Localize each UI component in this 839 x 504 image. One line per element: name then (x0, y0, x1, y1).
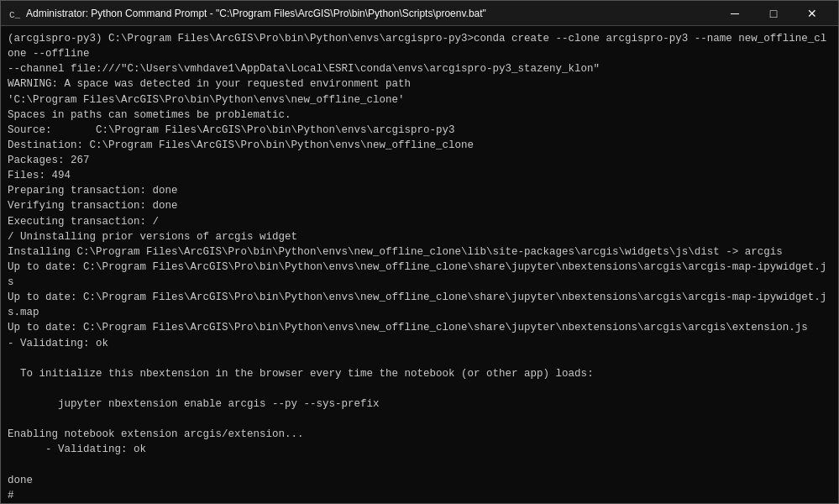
main-window: C_ Administrator: Python Command Prompt … (0, 0, 839, 504)
title-bar: C_ Administrator: Python Command Prompt … (1, 1, 838, 26)
terminal-output[interactable]: (arcgispro-py3) C:\Program Files\ArcGIS\… (1, 26, 838, 503)
maximize-button[interactable]: □ (754, 1, 793, 26)
minimize-button[interactable]: ─ (716, 1, 754, 26)
close-button[interactable]: ✕ (793, 1, 831, 26)
title-bar-left: C_ Administrator: Python Command Prompt … (8, 7, 486, 20)
window-controls: ─ □ ✕ (716, 1, 831, 26)
window-title: Administrator: Python Command Prompt - "… (26, 8, 486, 19)
cmd-icon: C_ (8, 7, 21, 20)
svg-text:C_: C_ (9, 10, 21, 20)
